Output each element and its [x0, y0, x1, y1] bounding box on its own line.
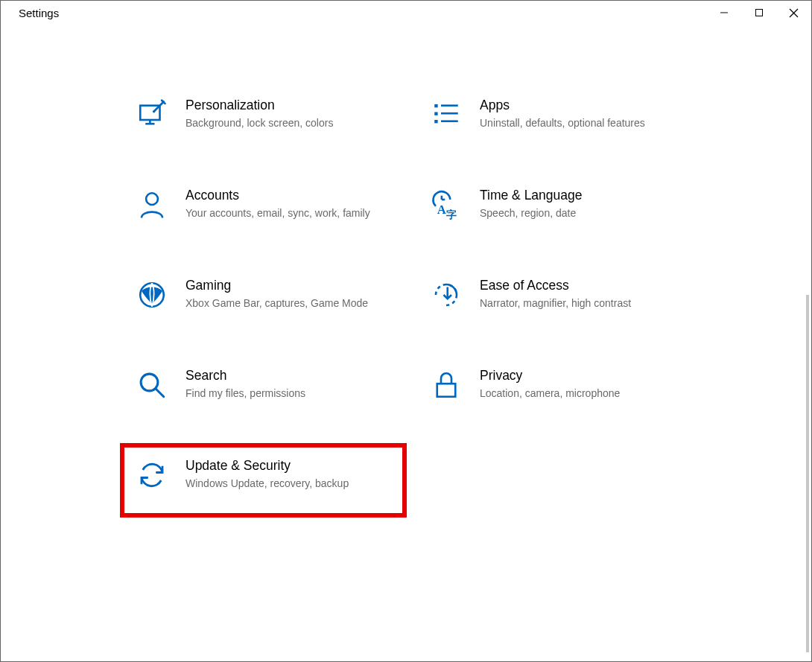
svg-rect-8 — [434, 104, 437, 107]
settings-content: Personalization Background, lock screen,… — [1, 45, 811, 661]
settings-grid: Personalization Background, lock screen,… — [1, 45, 686, 540]
item-title: Search — [185, 368, 305, 383]
window-title: Settings — [1, 1, 59, 19]
settings-item-time-language[interactable]: A 字 Time & Language Speech, region, date — [429, 188, 686, 222]
close-icon — [789, 8, 799, 18]
settings-item-personalization[interactable]: Personalization Background, lock screen,… — [135, 98, 392, 132]
item-desc: Uninstall, defaults, optional features — [480, 116, 645, 130]
svg-point-14 — [146, 193, 158, 205]
item-desc: Background, lock screen, colors — [185, 116, 333, 130]
gaming-icon — [135, 278, 169, 312]
item-desc: Location, camera, microphone — [480, 386, 620, 401]
item-title: Time & Language — [480, 188, 583, 203]
settings-item-search[interactable]: Search Find my files, permissions — [135, 368, 392, 402]
item-title: Ease of Access — [480, 278, 631, 293]
update-security-icon — [135, 458, 169, 492]
settings-item-ease-of-access[interactable]: Ease of Access Narrator, magnifier, high… — [429, 278, 686, 312]
item-title: Update & Security — [185, 458, 349, 474]
accounts-icon — [135, 188, 169, 222]
item-desc: Find my files, permissions — [185, 386, 305, 401]
item-title: Personalization — [185, 98, 333, 113]
minimize-icon — [720, 8, 729, 17]
settings-window: Settings — [0, 0, 812, 662]
svg-line-3 — [790, 9, 798, 17]
maximize-button[interactable] — [741, 1, 776, 25]
svg-text:A: A — [437, 203, 446, 217]
minimize-button[interactable] — [706, 1, 741, 25]
item-desc: Your accounts, email, sync, work, family — [185, 206, 370, 220]
svg-rect-9 — [434, 112, 437, 115]
item-title: Privacy — [480, 368, 620, 383]
privacy-icon — [429, 368, 463, 402]
item-desc: Narrator, magnifier, high contrast — [480, 296, 631, 311]
svg-text:字: 字 — [446, 209, 457, 220]
ease-of-access-icon — [429, 278, 463, 312]
window-controls — [706, 1, 811, 25]
svg-rect-1 — [755, 10, 762, 16]
close-button[interactable] — [776, 1, 811, 25]
settings-item-accounts[interactable]: Accounts Your accounts, email, sync, wor… — [135, 188, 392, 222]
item-title: Gaming — [185, 278, 368, 293]
personalization-icon — [135, 98, 169, 132]
time-language-icon: A 字 — [429, 188, 463, 222]
item-desc: Xbox Game Bar, captures, Game Mode — [185, 296, 368, 311]
settings-item-gaming[interactable]: Gaming Xbox Game Bar, captures, Game Mod… — [135, 278, 392, 312]
search-icon — [135, 368, 169, 402]
item-desc: Speech, region, date — [480, 206, 583, 220]
svg-rect-23 — [437, 383, 456, 397]
svg-point-7 — [153, 110, 156, 113]
title-bar: Settings — [1, 1, 811, 28]
item-desc: Windows Update, recovery, backup — [185, 477, 349, 491]
svg-line-2 — [790, 9, 798, 17]
svg-rect-10 — [434, 120, 437, 123]
scrollbar[interactable] — [806, 295, 809, 652]
svg-line-22 — [156, 389, 164, 397]
maximize-icon — [755, 8, 764, 17]
settings-item-apps[interactable]: Apps Uninstall, defaults, optional featu… — [429, 98, 686, 132]
apps-icon — [429, 98, 463, 132]
settings-item-privacy[interactable]: Privacy Location, camera, microphone — [429, 368, 686, 402]
item-title: Apps — [480, 98, 645, 113]
item-title: Accounts — [185, 188, 370, 203]
settings-item-update-security[interactable]: Update & Security Windows Update, recove… — [135, 458, 392, 503]
